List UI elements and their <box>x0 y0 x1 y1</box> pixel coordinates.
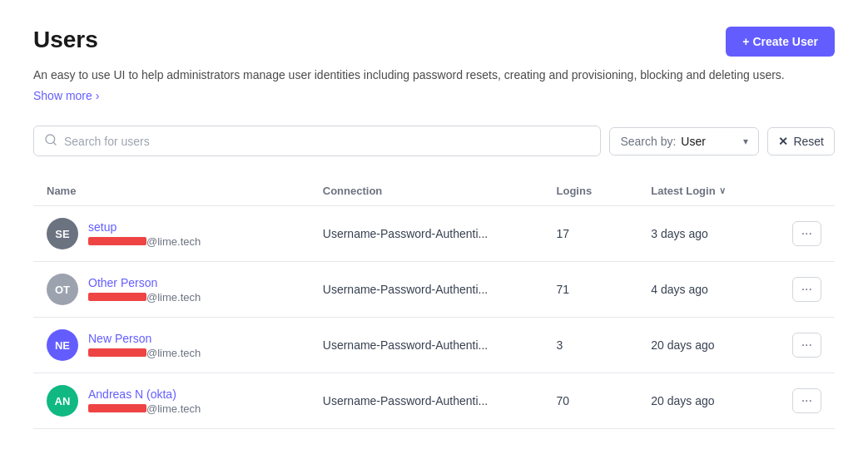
user-latest-login-cell: 3 days ago <box>637 206 778 262</box>
latest-login-value: 20 days ago <box>651 338 714 352</box>
user-name-cell: OT Other Person @lime.tech <box>33 262 310 318</box>
user-actions-cell: ··· <box>779 206 835 262</box>
user-connection-cell: Username-Password-Authenti... <box>310 206 543 262</box>
sort-icon: ∨ <box>719 185 726 196</box>
email-redacted <box>88 404 146 412</box>
logins-value: 71 <box>557 283 570 296</box>
connection-value: Username-Password-Authenti... <box>323 283 488 296</box>
col-header-name: Name <box>33 176 310 206</box>
logins-value: 3 <box>557 338 563 352</box>
user-name-link[interactable]: Other Person <box>88 276 201 289</box>
col-header-latest-login[interactable]: Latest Login ∨ <box>637 176 778 206</box>
latest-login-value: 3 days ago <box>651 227 708 240</box>
user-name-link[interactable]: setup <box>88 220 201 234</box>
user-cell: SE setup @lime.tech <box>47 218 296 249</box>
page-description: An easy to use UI to help administrators… <box>33 67 835 84</box>
page-title: Users <box>33 27 98 53</box>
search-by-select[interactable]: Search by: User ▾ <box>609 127 759 155</box>
avatar: OT <box>47 274 78 305</box>
user-email: @lime.tech <box>88 291 201 304</box>
connection-value: Username-Password-Authenti... <box>323 338 488 352</box>
connection-value: Username-Password-Authenti... <box>323 394 488 407</box>
svg-line-1 <box>53 142 56 145</box>
avatar: SE <box>47 218 78 249</box>
email-redacted <box>88 293 146 301</box>
search-input-wrapper <box>33 126 601 156</box>
user-latest-login-cell: 4 days ago <box>637 262 778 318</box>
table-row: NE New Person @lime.tech Username-Passwo… <box>33 318 835 373</box>
user-name-cell: NE New Person @lime.tech <box>33 318 310 373</box>
close-icon: ✕ <box>778 135 788 148</box>
table-header: Name Connection Logins Latest Login ∨ <box>33 176 835 206</box>
connection-value: Username-Password-Authenti... <box>323 227 488 240</box>
show-more-label: Show more <box>33 89 92 102</box>
page-header: Users + Create User <box>33 27 835 57</box>
user-cell: NE New Person @lime.tech <box>47 329 296 361</box>
user-info: Andreas N (okta) @lime.tech <box>88 387 201 415</box>
reset-label: Reset <box>793 135 824 148</box>
user-actions-button[interactable]: ··· <box>792 333 821 358</box>
user-name-cell: SE setup @lime.tech <box>33 206 310 262</box>
avatar: AN <box>47 385 78 417</box>
latest-login-value: 20 days ago <box>651 394 714 407</box>
user-email: @lime.tech <box>88 347 201 359</box>
user-logins-cell: 70 <box>543 373 638 429</box>
create-user-button[interactable]: + Create User <box>726 27 835 57</box>
user-name-link[interactable]: New Person <box>88 332 201 345</box>
user-email: @lime.tech <box>88 235 201 248</box>
user-logins-cell: 71 <box>543 262 638 318</box>
user-connection-cell: Username-Password-Authenti... <box>310 262 543 318</box>
user-latest-login-cell: 20 days ago <box>637 373 778 429</box>
col-header-connection: Connection <box>310 176 543 206</box>
search-by-label: Search by: <box>620 135 676 148</box>
user-email: @lime.tech <box>88 402 201 415</box>
search-by-value: User <box>681 135 738 148</box>
user-cell: AN Andreas N (okta) @lime.tech <box>47 385 296 417</box>
chevron-right-icon: › <box>96 89 100 102</box>
user-info: Other Person @lime.tech <box>88 276 201 304</box>
col-header-logins: Logins <box>543 176 638 206</box>
logins-value: 70 <box>557 394 570 407</box>
user-actions-cell: ··· <box>779 262 835 318</box>
user-connection-cell: Username-Password-Authenti... <box>310 373 543 429</box>
table-body: SE setup @lime.tech Username-Password-Au… <box>33 206 835 429</box>
search-icon <box>44 133 57 149</box>
logins-value: 17 <box>557 227 570 240</box>
user-logins-cell: 17 <box>543 206 638 262</box>
show-more-link[interactable]: Show more › <box>33 89 99 102</box>
user-actions-button[interactable]: ··· <box>792 221 821 246</box>
user-name-link[interactable]: Andreas N (okta) <box>88 387 201 401</box>
search-input[interactable] <box>64 135 590 148</box>
users-table: Name Connection Logins Latest Login ∨ SE… <box>33 176 835 429</box>
user-actions-button[interactable]: ··· <box>792 388 821 413</box>
chevron-down-icon: ▾ <box>743 136 748 147</box>
email-redacted <box>88 237 146 245</box>
user-cell: OT Other Person @lime.tech <box>47 274 296 305</box>
email-redacted <box>88 348 146 357</box>
col-header-actions <box>779 176 835 206</box>
user-logins-cell: 3 <box>543 318 638 373</box>
latest-login-value: 4 days ago <box>651 283 708 296</box>
user-actions-cell: ··· <box>779 373 835 429</box>
table-row: AN Andreas N (okta) @lime.tech Username-… <box>33 373 835 429</box>
user-name-cell: AN Andreas N (okta) @lime.tech <box>33 373 310 429</box>
reset-button[interactable]: ✕ Reset <box>767 127 835 155</box>
user-actions-cell: ··· <box>779 318 835 373</box>
user-latest-login-cell: 20 days ago <box>637 318 778 373</box>
user-info: setup @lime.tech <box>88 220 201 248</box>
search-bar: Search by: User ▾ ✕ Reset <box>33 126 835 156</box>
user-connection-cell: Username-Password-Authenti... <box>310 318 543 373</box>
table-row: OT Other Person @lime.tech Username-Pass… <box>33 262 835 318</box>
user-info: New Person @lime.tech <box>88 332 201 359</box>
table-row: SE setup @lime.tech Username-Password-Au… <box>33 206 835 262</box>
user-actions-button[interactable]: ··· <box>792 277 821 302</box>
avatar: NE <box>47 329 78 361</box>
